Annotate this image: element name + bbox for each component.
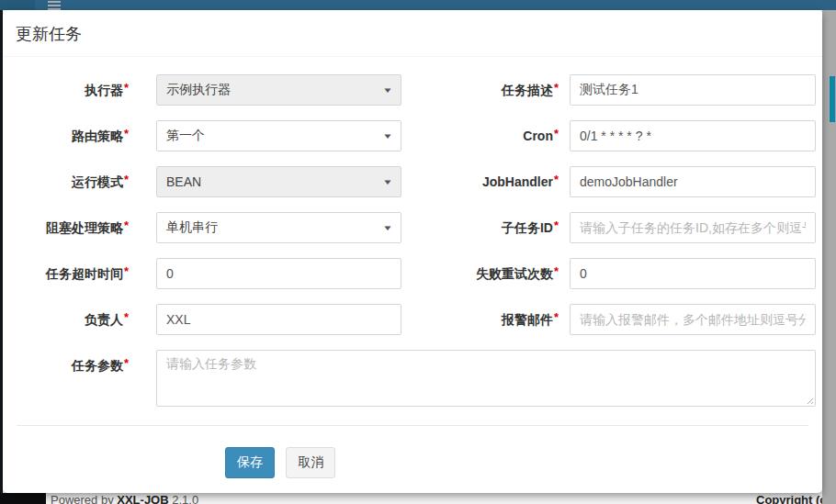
required-mark: * <box>124 356 129 370</box>
timeout-input[interactable] <box>156 258 401 289</box>
required-mark: * <box>124 218 129 232</box>
retry-count-input[interactable] <box>570 258 816 289</box>
update-job-modal: 更新任务 执行器* 示例执行器 ▼ 任务描述* 路由策略* <box>3 10 822 493</box>
modal-title: 更新任务 <box>16 24 808 44</box>
required-mark: * <box>554 264 559 278</box>
sidebar-toggle-menu-icon[interactable] <box>48 1 61 10</box>
required-mark: * <box>124 173 129 186</box>
executor-select[interactable]: 示例执行器 ▼ <box>156 74 401 106</box>
caret-down-icon: ▼ <box>382 224 393 232</box>
glue-type-select[interactable]: BEAN ▼ <box>156 166 401 197</box>
modal-header: 更新任务 <box>3 10 822 57</box>
caret-down-icon: ▼ <box>382 132 393 140</box>
page-footer: Powered by XXL-JOB 2.1.0 Copyright (c) 2… <box>46 491 822 504</box>
author-input[interactable] <box>156 304 401 335</box>
required-mark: * <box>124 264 129 278</box>
block-strategy-label: 阻塞处理策略* <box>3 212 156 244</box>
caret-down-icon: ▼ <box>382 178 393 186</box>
required-mark: * <box>554 218 559 232</box>
navbar-logo-area <box>0 0 35 10</box>
cron-label: Cron* <box>404 120 570 152</box>
page-scrollbar-track[interactable] <box>822 10 836 504</box>
required-mark: * <box>554 127 559 140</box>
route-strategy-select[interactable]: 第一个 ▼ <box>156 120 401 151</box>
sidebar-bottom-block <box>0 493 46 504</box>
caret-down-icon: ▼ <box>382 86 393 95</box>
job-desc-input[interactable] <box>570 74 816 106</box>
required-mark: * <box>124 310 129 324</box>
executor-label: 执行器* <box>3 74 156 106</box>
alarm-email-label: 报警邮件* <box>404 304 570 336</box>
page-scrollbar-thumb[interactable] <box>830 76 835 122</box>
required-mark: * <box>124 127 129 140</box>
glue-type-label: 运行模式* <box>3 166 156 198</box>
executor-select-value: 示例执行器 <box>166 82 231 98</box>
form-divider <box>17 425 808 426</box>
top-navbar <box>0 0 836 10</box>
alarm-email-input[interactable] <box>570 304 816 335</box>
job-desc-label: 任务描述* <box>404 74 570 106</box>
retry-count-label: 失败重试次数* <box>404 258 570 290</box>
job-handler-input[interactable] <box>570 166 816 197</box>
glue-type-select-value: BEAN <box>166 174 201 189</box>
page: Powered by XXL-JOB 2.1.0 Copyright (c) 2… <box>0 0 836 504</box>
block-strategy-select[interactable]: 单机串行 ▼ <box>156 212 401 243</box>
route-strategy-label: 路由策略* <box>3 120 156 152</box>
child-job-input[interactable] <box>570 212 816 243</box>
job-handler-label: JobHandler* <box>404 166 570 198</box>
timeout-label: 任务超时时间* <box>3 258 156 290</box>
cron-input[interactable] <box>570 120 816 151</box>
update-job-form: 执行器* 示例执行器 ▼ 任务描述* 路由策略* 第一个 ▼ <box>3 57 822 478</box>
brand-name: XXL-JOB <box>117 493 168 504</box>
child-job-label: 子任务ID* <box>404 212 570 244</box>
author-label: 负责人* <box>3 304 156 336</box>
required-mark: * <box>554 310 559 324</box>
required-mark: * <box>554 173 559 186</box>
powered-by-text: Powered by XXL-JOB 2.1.0 <box>51 493 198 504</box>
block-strategy-select-value: 单机串行 <box>166 219 218 236</box>
modal-actions: 保存 取消 <box>3 440 822 478</box>
save-button[interactable]: 保存 <box>225 447 275 478</box>
cancel-button[interactable]: 取消 <box>286 447 335 478</box>
required-mark: * <box>554 81 559 95</box>
route-strategy-select-value: 第一个 <box>166 128 205 144</box>
job-param-textarea[interactable] <box>156 350 816 407</box>
required-mark: * <box>124 81 129 95</box>
job-param-label: 任务参数* <box>3 350 156 407</box>
